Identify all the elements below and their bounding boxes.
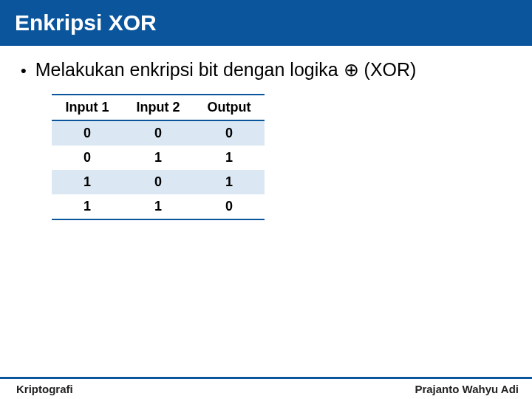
slide-title: Enkripsi XOR [15,10,157,35]
bullet-item: • Melakukan enkripsi bit dengan logika ⊕… [21,59,511,81]
table-cell: 0 [194,120,265,146]
title-bar: Enkripsi XOR [0,0,532,46]
table-row: 1 1 0 [52,194,265,219]
table-cell: 0 [52,146,123,170]
table-cell: 1 [123,194,194,219]
bullet-text: Melakukan enkripsi bit dengan logika ⊕ (… [35,59,417,81]
content-area: • Melakukan enkripsi bit dengan logika ⊕… [0,46,532,220]
table-cell: 0 [52,120,123,146]
footer-right: Prajanto Wahyu Adi [415,383,519,395]
table-cell: 1 [52,194,123,219]
table-cell: 1 [123,146,194,170]
table-header: Output [194,95,265,120]
table-cell: 0 [123,120,194,146]
truth-table: Input 1 Input 2 Output 0 0 0 0 1 1 1 [52,94,265,220]
bullet-text-prefix: Melakukan enkripsi bit dengan logika [35,59,344,80]
xor-symbol: ⊕ [344,59,359,80]
table-cell: 1 [52,170,123,194]
table-header: Input 2 [123,95,194,120]
table-cell: 1 [194,146,265,170]
bullet-text-suffix: (XOR) [359,59,417,80]
table-row: 0 0 0 [52,120,265,146]
table-header-row: Input 1 Input 2 Output [52,95,265,120]
footer-bar: Kriptografi Prajanto Wahyu Adi [0,377,532,399]
table-cell: 1 [194,170,265,194]
table-row: 0 1 1 [52,146,265,170]
table-row: 1 0 1 [52,170,265,194]
table-header: Input 1 [52,95,123,120]
table-cell: 0 [194,194,265,219]
truth-table-wrap: Input 1 Input 2 Output 0 0 0 0 1 1 1 [52,94,511,220]
table-cell: 0 [123,170,194,194]
footer-left: Kriptografi [16,383,73,395]
bullet-icon: • [21,63,27,79]
